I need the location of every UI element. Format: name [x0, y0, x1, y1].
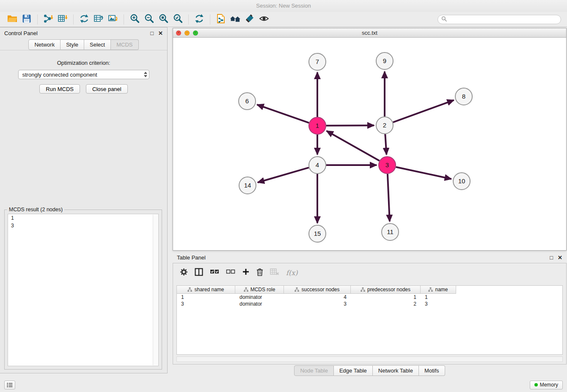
zoom-selected-button[interactable] — [171, 13, 185, 26]
tab-mcds[interactable]: MCDS — [111, 39, 138, 50]
column-type-icon — [295, 287, 299, 292]
show-columns-button[interactable] — [195, 268, 203, 278]
edge-3-11[interactable] — [388, 174, 390, 221]
network-graph[interactable]: 7968124314101511 — [173, 38, 566, 250]
search-input[interactable] — [449, 17, 557, 22]
toolbar-separator — [188, 14, 189, 25]
import-network-button[interactable] — [41, 13, 55, 26]
node-10[interactable]: 10 — [453, 173, 470, 190]
node-2[interactable]: 2 — [376, 117, 393, 134]
show-task-history-button[interactable] — [4, 381, 15, 389]
edge-2-8[interactable] — [393, 100, 454, 122]
table-cell: dominator — [235, 301, 284, 307]
new-table-button[interactable] — [91, 13, 106, 26]
save-session-button[interactable] — [19, 13, 34, 26]
edge-3-10[interactable] — [396, 167, 451, 179]
node-4[interactable]: 4 — [309, 157, 326, 174]
column-header-shared-name[interactable]: shared name — [177, 286, 235, 294]
style-button[interactable] — [242, 13, 257, 26]
float-panel-icon[interactable]: □ — [150, 30, 154, 36]
result-scrollbar[interactable] — [153, 215, 158, 365]
table-horizontal-scrollbar[interactable] — [176, 356, 563, 362]
node-14[interactable]: 14 — [239, 177, 256, 194]
toolbar-separator — [37, 14, 38, 25]
table-panel-tabs: Node TableEdge TableNetwork TableMotifs — [173, 365, 567, 376]
column-header-mcds-role[interactable]: MCDS role — [235, 286, 284, 294]
svg-text:10: 10 — [458, 177, 465, 185]
tab-node-table[interactable]: Node Table — [294, 365, 334, 376]
delete-table-button-disabled — [270, 268, 279, 277]
node-8[interactable]: 8 — [455, 88, 472, 105]
table-settings-button[interactable] — [180, 268, 188, 278]
dropdown-stepper-icon — [143, 71, 148, 78]
new-network-button[interactable] — [77, 13, 91, 26]
node-11[interactable]: 11 — [382, 224, 399, 240]
network-canvas[interactable]: 7968124314101511 — [173, 38, 566, 250]
tab-network[interactable]: Network — [28, 39, 61, 50]
control-panel: Control Panel □ ✕ NetworkStyleSelectMCDS… — [0, 27, 168, 373]
open-session-button[interactable] — [5, 13, 19, 26]
edge-1-6[interactable] — [257, 105, 309, 123]
table-panel-body: f(x) shared nameMCDS rolesuccessor nodes… — [173, 263, 567, 364]
edge-3-1[interactable] — [327, 131, 380, 160]
tab-edge-table[interactable]: Edge Table — [334, 365, 373, 376]
tab-select[interactable]: Select — [84, 39, 111, 50]
float-table-panel-icon[interactable]: □ — [550, 255, 553, 260]
close-panel-button[interactable]: Close panel — [86, 84, 128, 94]
tab-style[interactable]: Style — [61, 39, 84, 50]
home-button[interactable] — [228, 13, 242, 26]
network-window-titlebar[interactable]: scc.txt ✕ − + — [173, 28, 566, 38]
run-mcds-button[interactable]: Run MCDS — [39, 84, 80, 94]
table-row[interactable]: 3dominator323 — [177, 301, 562, 307]
function-builder-button[interactable]: f(x) — [286, 269, 297, 277]
main-toolbar — [0, 12, 567, 27]
zoom-window-icon[interactable]: + — [193, 30, 198, 36]
refresh-view-button[interactable] — [192, 13, 206, 26]
task-list-icon — [7, 382, 13, 388]
memory-button[interactable]: Memory — [530, 381, 563, 389]
svg-text:6: 6 — [245, 97, 249, 105]
table-header-row: shared nameMCDS rolesuccessor nodesprede… — [177, 286, 562, 294]
import-table-button[interactable] — [55, 13, 70, 26]
edge-2-3[interactable] — [385, 134, 386, 155]
node-7[interactable]: 7 — [309, 53, 326, 70]
node-15[interactable]: 15 — [309, 225, 326, 242]
table-arrow-icon — [94, 14, 104, 25]
svg-text:14: 14 — [244, 182, 251, 189]
application-window: { "window": { "title": "Session: New Ses… — [0, 0, 567, 392]
plus-icon — [242, 268, 250, 276]
tab-motifs[interactable]: Motifs — [419, 365, 445, 376]
mcds-result-item[interactable]: 3 — [8, 222, 158, 229]
select-all-columns-button[interactable] — [210, 269, 219, 276]
delete-table-icon — [270, 268, 279, 276]
column-header-successor-nodes[interactable]: successor nodes — [284, 286, 351, 294]
edge-1-2[interactable] — [326, 125, 374, 126]
table-row[interactable]: 1dominator411 — [177, 294, 562, 301]
export-image-button[interactable] — [106, 13, 120, 26]
zoom-in-button[interactable] — [127, 13, 142, 26]
close-panel-icon[interactable]: ✕ — [158, 30, 163, 36]
node-9[interactable]: 9 — [376, 52, 393, 69]
unselect-all-columns-button[interactable] — [226, 269, 235, 276]
node-6[interactable]: 6 — [239, 93, 256, 110]
window-title: Session: New Session — [0, 0, 567, 12]
show-hide-graphics-button[interactable] — [257, 13, 271, 26]
optimization-criterion-select[interactable]: strongly connected component — [18, 70, 149, 79]
node-3[interactable]: 3 — [379, 157, 396, 174]
export-network-button[interactable] — [214, 13, 228, 26]
import-network-icon — [43, 14, 53, 25]
create-column-button[interactable] — [242, 268, 250, 277]
zoom-fit-button[interactable] — [156, 13, 171, 26]
column-header-name[interactable]: name — [421, 286, 456, 294]
zoom-out-button[interactable] — [142, 13, 156, 26]
delete-column-button[interactable] — [256, 268, 263, 278]
minimize-window-icon[interactable]: − — [184, 30, 190, 36]
column-header-predecessor-nodes[interactable]: predecessor nodes — [351, 286, 421, 294]
tab-network-table[interactable]: Network Table — [373, 365, 419, 376]
node-1[interactable]: 1 — [309, 117, 326, 134]
edge-4-14[interactable] — [258, 168, 309, 182]
close-table-panel-icon[interactable]: ✕ — [558, 255, 562, 260]
close-window-icon[interactable]: ✕ — [176, 30, 181, 36]
mcds-result-item[interactable]: 1 — [8, 214, 158, 222]
save-floppy-icon — [22, 14, 31, 25]
